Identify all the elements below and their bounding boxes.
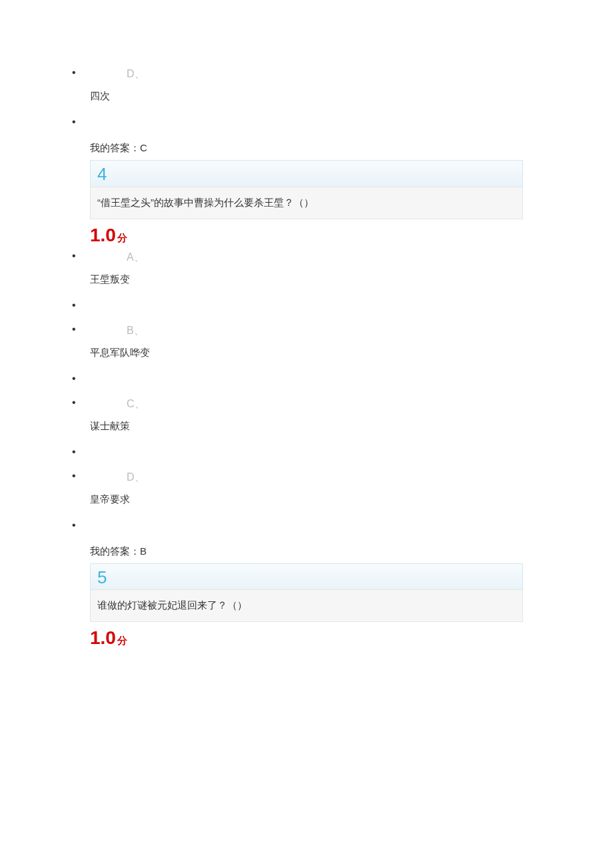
option-letter: D、 bbox=[90, 470, 613, 485]
option-text: 平息军队哗变 bbox=[90, 345, 613, 361]
option-text: 四次 bbox=[90, 88, 613, 104]
option-item-b: B、 平息军队哗变 bbox=[0, 323, 613, 361]
option-text: 谋士献策 bbox=[90, 418, 613, 434]
option-letter: D、 bbox=[90, 67, 613, 81]
question-block-5: 5 谁做的灯谜被元妃退回来了？（） 1.0分 bbox=[90, 563, 523, 653]
option-item-d: D、 皇帝要求 bbox=[0, 470, 613, 507]
option-letter: B、 bbox=[90, 323, 613, 338]
question-block-4: 4 “借王垕之头”的故事中曹操为什么要杀王垕？（） 1.0分 bbox=[90, 160, 523, 250]
question-text: 谁做的灯谜被元妃退回来了？（） bbox=[90, 589, 523, 622]
question-number: 4 bbox=[97, 165, 516, 184]
answer-row: 我的答案：B bbox=[90, 543, 523, 559]
spacer-bullet bbox=[0, 299, 613, 311]
spacer-bullet bbox=[0, 116, 613, 128]
score-unit: 分 bbox=[117, 635, 127, 646]
option-text: 皇帝要求 bbox=[90, 491, 613, 507]
score-value: 1.0 bbox=[90, 225, 116, 245]
score-value: 1.0 bbox=[90, 627, 116, 648]
answer-row: 我的答案：C bbox=[90, 140, 523, 156]
option-letter: C、 bbox=[90, 397, 613, 411]
score-row: 1.0分 bbox=[90, 622, 523, 653]
my-answer-label: 我的答案：C bbox=[90, 140, 523, 156]
question-number: 5 bbox=[97, 568, 516, 587]
option-item-a: A、 王垕叛变 bbox=[0, 250, 613, 287]
option-item-c: C、 谋士献策 bbox=[0, 397, 613, 434]
score-row: 1.0分 bbox=[90, 219, 523, 250]
spacer-bullet bbox=[0, 446, 613, 458]
question-number-bar: 5 bbox=[90, 563, 523, 590]
question-number-bar: 4 bbox=[90, 160, 523, 187]
spacer-bullet bbox=[0, 373, 613, 385]
option-text: 王垕叛变 bbox=[90, 271, 613, 287]
option-letter: A、 bbox=[90, 250, 613, 265]
spacer-bullet bbox=[0, 519, 613, 531]
option-item-d: D、 四次 bbox=[0, 67, 613, 104]
score-unit: 分 bbox=[117, 232, 127, 243]
my-answer-label: 我的答案：B bbox=[90, 543, 523, 559]
question-text: “借王垕之头”的故事中曹操为什么要杀王垕？（） bbox=[90, 187, 523, 219]
